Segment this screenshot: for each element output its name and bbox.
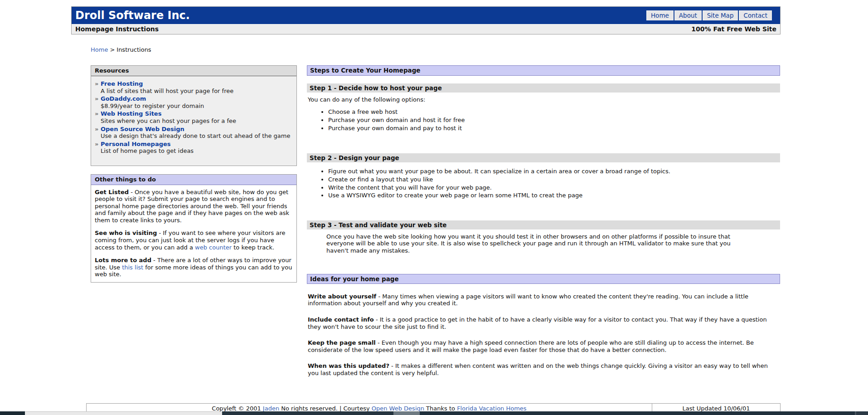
step1-bullet-list: Choose a free web host Purchase your own… — [307, 108, 780, 132]
breadcrumb-current: Instructions — [116, 46, 151, 53]
paragraph-lead: Keep the page small — [308, 339, 376, 346]
taskbar — [0, 411, 868, 415]
include-contact-info-paragraph: Include contact info - It is a good prac… — [308, 316, 780, 330]
copyleft-text: Copyleft © 2001 — [212, 405, 263, 412]
paragraph-lead: See who is visiting — [95, 229, 157, 236]
step2-heading: Step 2 - Design your page — [307, 153, 780, 162]
paragraph-lead: Get Listed — [95, 189, 129, 195]
paragraph-text: to keep track. — [232, 244, 274, 251]
list-item: » Free Hosting A list of sites that will… — [95, 80, 293, 94]
paragraph-lead: When was this updated? — [308, 362, 389, 369]
godaddy-link[interactable]: GoDaddy.com — [101, 95, 146, 102]
web-hosting-sites-link[interactable]: Web Hosting Sites — [101, 110, 161, 117]
steps-section-title: Steps to Create Your Homepage — [307, 65, 780, 75]
page-header-bar: Homepage Instructions 100% Fat Free Web … — [72, 24, 780, 34]
thanks-text: Thanks to — [424, 405, 457, 412]
step2-bullet-list: Figure out what you want your page to be… — [307, 168, 780, 199]
list-item: Purchase your own domain and pay to host… — [328, 125, 780, 132]
this-list-link[interactable]: this list — [122, 264, 143, 271]
double-chevron-icon: » — [95, 126, 98, 133]
double-chevron-icon: » — [95, 110, 98, 117]
list-item-description: List of home pages to get ideas — [101, 147, 293, 155]
site-container: Droll Software Inc. Home About Site Map … — [71, 6, 781, 414]
step3-heading: Step 3 - Test and validate your web site — [307, 220, 780, 229]
paragraph-lead: Include contact info — [308, 316, 374, 323]
paragraph-lead: Lots more to add — [95, 257, 151, 264]
taskbar-segment — [0, 411, 25, 415]
when-was-this-updated-paragraph: When was this updated? - It makes a diff… — [308, 362, 780, 376]
taskbar-segment — [393, 411, 420, 415]
taskbar-segment — [222, 411, 393, 415]
free-hosting-link[interactable]: Free Hosting — [101, 80, 143, 87]
double-chevron-icon: » — [95, 80, 98, 88]
nav-home-button[interactable]: Home — [646, 10, 674, 20]
list-item: » Personal Homepages List of home pages … — [95, 141, 293, 155]
double-chevron-icon: » — [95, 95, 98, 103]
breadcrumb: Home>Instructions — [91, 46, 781, 54]
ideas-section-title: Ideas for your home page — [307, 274, 780, 284]
get-listed-paragraph: Get Listed - Once you have a beautiful w… — [95, 189, 293, 224]
florida-vacation-homes-link[interactable]: Florida Vacation Homes — [457, 405, 527, 412]
content-columns: Resources » Free Hosting A list of sites… — [71, 65, 781, 376]
paragraph-text: - It is a good practice to get in the ha… — [308, 316, 767, 330]
open-source-web-design-link[interactable]: Open Source Web Design — [101, 126, 184, 132]
step1-intro: You can do any of the following options: — [308, 96, 780, 103]
taskbar-segment — [856, 411, 868, 415]
nav-about-button[interactable]: About — [674, 10, 702, 20]
sidebar: Resources » Free Hosting A list of sites… — [91, 65, 297, 283]
no-rights-text: No rights reserved. | Courtesy — [279, 405, 372, 412]
main-content: Steps to Create Your Homepage Step 1 - D… — [307, 65, 780, 376]
masthead: Droll Software Inc. Home About Site Map … — [71, 6, 781, 34]
resources-list: » Free Hosting A list of sites that will… — [91, 76, 296, 166]
top-banner: Droll Software Inc. Home About Site Map … — [72, 7, 780, 24]
jaden-link[interactable]: Jaden — [263, 405, 279, 412]
nav-sitemap-button[interactable]: Site Map — [703, 10, 738, 20]
list-item: Choose a free web host — [328, 108, 780, 116]
taskbar-window-button[interactable] — [25, 411, 222, 415]
nav-contact-button[interactable]: Contact — [739, 10, 772, 20]
list-item-description: A list of sites that will host your page… — [101, 88, 293, 95]
resources-box: Resources » Free Hosting A list of sites… — [91, 65, 297, 166]
list-item-description: Sites where you can host your pages for … — [101, 117, 293, 125]
site-title: Droll Software Inc. — [72, 9, 645, 22]
lots-more-to-add-paragraph: Lots more to add - There are a lot of ot… — [95, 257, 293, 278]
breadcrumb-home-link[interactable]: Home — [91, 46, 108, 53]
list-item-description: $8.99/year to register your domain — [101, 103, 293, 110]
list-item: » Web Hosting Sites Sites where you can … — [95, 110, 293, 124]
list-item: » Open Source Web Design Use a design th… — [95, 126, 293, 140]
other-things-box-title: Other things to do — [91, 175, 296, 185]
list-item: Figure out what you want your page to be… — [328, 168, 780, 175]
step1-heading: Step 1 - Decide how to host your page — [307, 83, 780, 93]
paragraph-lead: Write about yourself — [308, 293, 376, 300]
write-about-yourself-paragraph: Write about yourself - Many times when v… — [308, 293, 780, 307]
breadcrumb-separator: > — [110, 46, 115, 53]
open-web-design-link[interactable]: Open Web Design — [372, 405, 424, 412]
list-item: Write the content that you will have for… — [328, 184, 780, 191]
see-who-is-visiting-paragraph: See who is visiting - If you want to see… — [95, 229, 293, 251]
list-item-description: Use a design that's already done to star… — [101, 132, 293, 140]
main-nav: Home About Site Map Contact — [645, 10, 772, 20]
list-item: Purchase your own domain and host it for… — [328, 117, 780, 124]
list-item: » GoDaddy.com $8.99/year to register you… — [95, 95, 293, 109]
list-item: Create or find a layout that you like — [328, 176, 780, 183]
page-title: Homepage Instructions — [75, 25, 159, 33]
web-counter-link[interactable]: web counter — [195, 244, 232, 251]
resources-box-title: Resources — [91, 66, 296, 76]
other-things-box: Other things to do Get Listed - Once you… — [91, 174, 297, 283]
tagline: 100% Fat Free Web Site — [691, 25, 776, 33]
double-chevron-icon: » — [95, 141, 98, 148]
personal-homepages-link[interactable]: Personal Homepages — [101, 141, 171, 147]
step3-paragraph: Once you have the web site looking how y… — [326, 233, 744, 254]
list-item: Use a WYSIWYG editor to create your web … — [328, 192, 780, 199]
taskbar-segment — [420, 411, 855, 415]
keep-the-page-small-paragraph: Keep the page small - Even though you ma… — [308, 339, 780, 353]
other-things-body: Get Listed - Once you have a beautiful w… — [91, 185, 296, 283]
